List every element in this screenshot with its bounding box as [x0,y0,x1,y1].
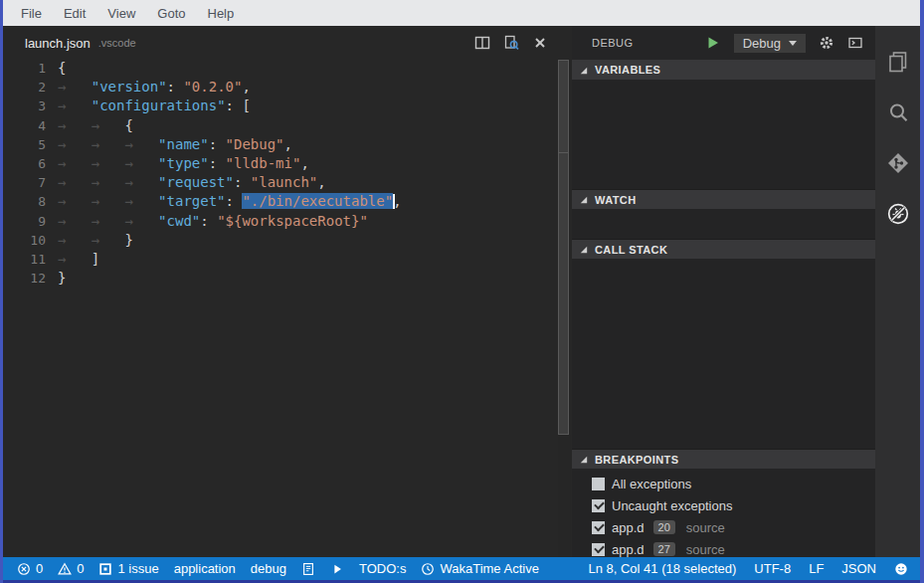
checkbox-checked[interactable] [592,543,605,556]
menu-file[interactable]: File [10,6,53,21]
line-number[interactable]: 6 [3,154,46,173]
code-line[interactable]: 10→→} [3,231,558,250]
section-variables[interactable]: VARIABLES [572,60,875,80]
feedback-smiley-icon[interactable] [894,562,908,576]
language-indicator[interactable]: JSON [841,561,876,576]
chevron-down-icon [789,41,797,46]
todo-label: TODO:s [359,561,406,576]
line-number[interactable]: 5 [3,135,46,154]
issue-label: 1 issue [117,561,158,576]
encoding-indicator[interactable]: UTF-8 [754,561,791,576]
line-number[interactable]: 11 [3,250,46,269]
cursor-position[interactable]: Ln 8, Col 41 (18 selected) [588,561,736,576]
line-number[interactable]: 10 [3,231,46,250]
search-icon[interactable] [875,87,920,137]
line-number[interactable]: 4 [3,116,46,135]
code-line[interactable]: 7→→→"request": "launch", [3,173,558,192]
document-icon[interactable] [301,562,315,576]
section-watch[interactable]: WATCH [572,189,875,209]
files-icon[interactable] [875,36,920,87]
run-build-icon[interactable] [330,562,344,576]
code-token: : [167,79,184,95]
project-name[interactable]: application [174,561,236,576]
tab-launch-json[interactable]: launch.json [25,36,91,51]
gear-icon[interactable] [819,35,834,51]
line-number[interactable]: 1 [3,59,46,78]
menu-help[interactable]: Help [197,6,246,21]
line-number[interactable]: 8 [3,192,46,211]
call-stack-body [572,259,875,449]
code-line[interactable]: 11→] [3,250,558,269]
breakpoints-body: All exceptions Uncaught exceptions app.d… [572,469,875,560]
debug-panel: DEBUG Debug [572,26,875,557]
todo-indicator[interactable]: TODO:s [359,561,406,576]
tab-whitespace-arrow: → [124,154,158,173]
git-icon[interactable] [875,137,920,188]
checkbox-checked[interactable] [592,499,605,512]
start-debug-icon[interactable] [705,35,721,51]
section-breakpoints[interactable]: BREAKPOINTS [572,449,875,469]
warning-count[interactable]: 0 [58,561,84,576]
code-line[interactable]: 3→"configurations": [ [3,97,558,115]
build-mode[interactable]: debug [251,561,286,576]
tab-whitespace-arrow: → [92,154,125,173]
section-call-stack[interactable]: CALL STACK [572,239,875,259]
code-line[interactable]: 12} [3,269,558,288]
error-count[interactable]: 0 [17,561,43,576]
warning-icon [58,562,72,576]
code-line-text: →"configurations": [ [58,97,251,115]
breakpoint-row[interactable]: All exceptions [572,473,875,494]
code-line[interactable]: 9→→→"cwd": "${workspaceRoot}" [3,212,558,231]
open-preview-icon[interactable] [503,35,519,51]
code-line[interactable]: 2→"version": "0.2.0", [3,78,558,97]
debug-config-dropdown[interactable]: Debug [734,34,806,53]
tab-whitespace-arrow: → [92,135,125,154]
close-icon[interactable] [532,35,548,51]
menu-goto[interactable]: Goto [146,6,196,21]
wakatime-label: WakaTime Active [440,561,538,576]
checkbox-unchecked[interactable] [592,478,605,490]
eol-indicator[interactable]: LF [809,561,824,576]
code-token: , [300,155,308,171]
code-token: "version" [92,79,167,95]
debug-console-icon[interactable] [847,35,863,51]
code-line[interactable]: 1{ [3,59,558,78]
breakpoint-row[interactable]: app.d 20 source [572,516,875,538]
menu-view[interactable]: View [96,6,146,21]
menu-edit[interactable]: Edit [53,6,96,21]
code-token: { [124,117,132,133]
editor: launch.json .vscode 1{2→"version": "0.2.… [3,26,572,557]
line-number[interactable]: 12 [3,269,46,288]
line-number[interactable]: 7 [3,173,46,192]
breakpoint-detail: source [686,520,725,535]
tab-whitespace-arrow: → [92,173,125,192]
variables-body [572,80,875,189]
editor-scrollbar[interactable] [558,60,571,557]
debug-panel-header: DEBUG Debug [572,26,875,60]
code-line[interactable]: 6→→→"type": "lldb-mi", [3,154,558,173]
issue-indicator[interactable]: 1 issue [98,561,158,576]
eol-label: LF [809,561,824,576]
breakpoint-row[interactable]: Uncaught exceptions [572,494,875,516]
code-token: , [284,136,292,152]
editor-actions [474,35,548,51]
line-number[interactable]: 9 [3,212,46,231]
scrollbar-thumb[interactable] [558,60,569,435]
code-line[interactable]: 8→→→"target": "./bin/executable", [3,192,558,211]
line-number[interactable]: 3 [3,97,46,115]
code-token: : [ [226,97,251,113]
wakatime-indicator[interactable]: WakaTime Active [421,561,538,576]
line-number[interactable]: 2 [3,78,46,97]
breakpoint-detail: source [686,542,725,557]
code-line[interactable]: 4→→{ [3,116,558,135]
checkbox-checked[interactable] [592,521,605,534]
code-token: "request" [158,174,234,190]
debug-icon[interactable] [875,188,920,239]
split-editor-icon[interactable] [474,35,490,51]
section-label: BREAKPOINTS [595,454,678,466]
code-token: : [226,193,243,209]
code-lines[interactable]: 1{2→"version": "0.2.0",3→"configurations… [3,59,558,288]
language-label: JSON [841,561,876,576]
window-border-right [920,0,924,583]
code-line[interactable]: 5→→→"name": "Debug", [3,135,558,154]
